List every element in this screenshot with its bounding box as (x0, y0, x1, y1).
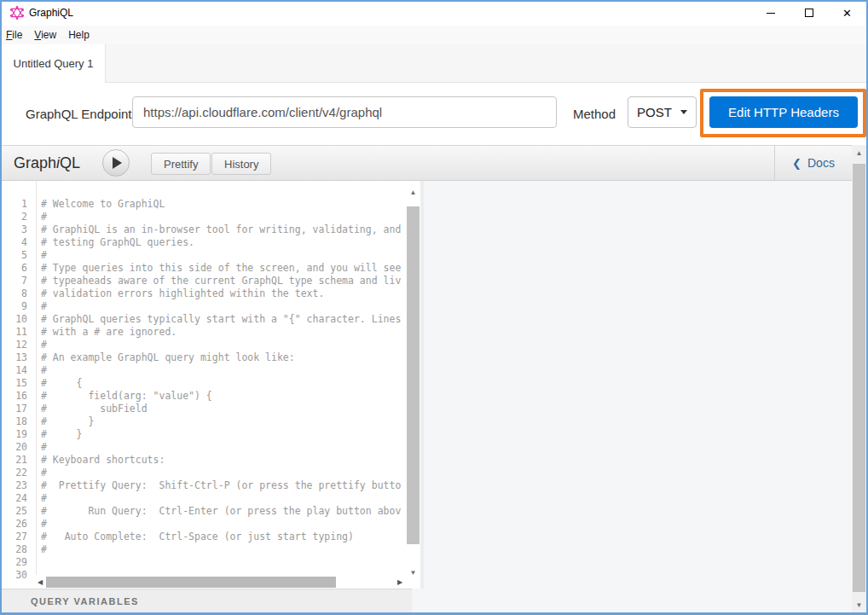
line-number: 3 (5, 223, 36, 236)
tab-bar: Untitled Query 1 (0, 44, 868, 83)
code-line: # (41, 364, 405, 377)
window-title: GraphiQL (29, 0, 73, 26)
line-number: 22 (5, 467, 36, 479)
maximize-icon (805, 9, 813, 17)
code-line: # (41, 249, 405, 262)
prettify-button[interactable]: Prettify (151, 153, 211, 175)
scroll-right-icon[interactable]: ▶ (394, 575, 406, 589)
minimize-button[interactable] (751, 0, 790, 26)
line-number: 2 (5, 211, 36, 223)
tab-untitled-query-1[interactable]: Untitled Query 1 (1, 44, 106, 83)
endpoint-label: GraphQL Endpoint (26, 83, 132, 145)
editor-vertical-scroll-thumb[interactable] (407, 206, 420, 544)
code-lines[interactable]: # Welcome to GraphiQL## GraphiQL is an i… (41, 181, 405, 574)
code-line: # Prettify Query: Shift-Ctrl-P (or press… (41, 479, 405, 492)
code-line: # GraphQL queries typically start with a… (41, 313, 405, 326)
title-bar: GraphiQL ✕ (0, 0, 868, 26)
line-number: 12 (5, 339, 36, 351)
history-button[interactable]: History (211, 153, 271, 175)
scroll-down-icon[interactable]: ▼ (406, 566, 420, 578)
code-line: # validation errors highlighted within t… (41, 287, 405, 300)
line-number: 16 (5, 390, 36, 403)
line-number: 23 (5, 479, 36, 492)
code-line: # field(arg: "value") { (41, 390, 405, 403)
code-line: # typeaheads aware of the current GraphQ… (41, 275, 405, 287)
code-line: # Keyboard shortcuts: (41, 454, 405, 467)
docs-button[interactable]: ❮ Docs (774, 146, 852, 180)
code-line: # (41, 339, 405, 351)
code-line: # with a # are ignored. (41, 326, 405, 339)
editor-horizontal-scroll-thumb[interactable] (46, 577, 336, 588)
line-number: 13 (5, 351, 36, 364)
graphiql-window: GraphiQL ✕ FileViewHelp Untitled Query 1… (0, 0, 868, 615)
line-number: 14 (5, 364, 36, 377)
method-selected-value: POST (637, 105, 672, 119)
line-number: 21 (5, 454, 36, 467)
window-vertical-scrollbar[interactable]: ▲ ▼ (852, 145, 866, 613)
pane-divider (420, 181, 424, 589)
line-number: 20 (5, 441, 36, 454)
close-icon: ✕ (842, 8, 852, 19)
line-number: 15 (5, 377, 36, 390)
code-line: # (41, 300, 405, 313)
line-number: 29 (5, 556, 36, 569)
query-variables-bar[interactable]: QUERY VARIABLES (2, 589, 412, 613)
code-line: # } (41, 428, 405, 441)
code-line: # subField (41, 403, 405, 415)
graphiql-logo-text: GraphiQL (14, 146, 80, 180)
dropdown-caret-icon (680, 110, 687, 114)
menu-item-view[interactable]: View (28, 26, 62, 44)
execute-query-button[interactable] (102, 149, 130, 177)
line-number: 7 (5, 275, 36, 287)
code-line: # (41, 467, 405, 479)
code-line: # Welcome to GraphiQL (41, 198, 405, 211)
code-line: # (41, 518, 405, 531)
code-line: # Auto Complete: Ctrl-Space (or just sta… (41, 531, 405, 543)
line-number: 19 (5, 428, 36, 441)
highlight-annotation-box (700, 89, 866, 137)
code-line: # GraphiQL is an in-browser tool for wri… (41, 223, 405, 236)
graphiql-toolbar: GraphiQL Prettify History ❮ Docs (2, 145, 852, 181)
code-line: # testing GraphQL queries. (41, 236, 405, 249)
line-number: 30 (5, 569, 36, 582)
line-number: 4 (5, 236, 36, 249)
query-editor-pane[interactable]: 1234567891011121314151617181920212223242… (2, 181, 424, 589)
editor-vertical-scrollbar[interactable]: ▲ ▼ (406, 186, 420, 578)
graphql-logo-icon (10, 6, 24, 20)
line-number: 9 (5, 300, 36, 313)
scroll-left-icon[interactable]: ◀ (34, 575, 46, 589)
code-line: # Type queries into this side of the scr… (41, 262, 405, 275)
play-icon (113, 157, 122, 169)
scroll-down-icon[interactable]: ▼ (852, 599, 866, 611)
docs-chevron-icon: ❮ (792, 157, 801, 170)
line-number: 26 (5, 518, 36, 531)
code-line: # } (41, 415, 405, 428)
code-line (41, 569, 405, 574)
line-number: 6 (5, 262, 36, 275)
line-number: 17 (5, 403, 36, 415)
close-button[interactable]: ✕ (828, 0, 866, 26)
method-select[interactable]: POST (628, 96, 697, 128)
code-line: # An example GraphQL query might look li… (41, 351, 405, 364)
editor-horizontal-scrollbar[interactable]: ◀ ▶ (34, 575, 406, 589)
code-line: # Run Query: Ctrl-Enter (or press the pl… (41, 505, 405, 518)
code-line: # (41, 492, 405, 505)
code-line: # { (41, 377, 405, 390)
line-number-gutter: 1234567891011121314151617181920212223242… (5, 181, 37, 589)
code-line: # (41, 543, 405, 556)
line-number: 10 (5, 313, 36, 326)
menu-item-help[interactable]: Help (62, 26, 95, 44)
minimize-icon (767, 13, 775, 14)
menu-item-file[interactable]: File (0, 26, 28, 44)
scroll-up-icon[interactable]: ▲ (852, 147, 866, 159)
code-line (41, 556, 405, 569)
endpoint-input[interactable] (132, 96, 557, 128)
line-number: 28 (5, 543, 36, 556)
line-number: 5 (5, 249, 36, 262)
code-line: # (41, 211, 405, 223)
window-scroll-thumb[interactable] (853, 164, 865, 592)
maximize-button[interactable] (790, 0, 828, 26)
line-number: 25 (5, 505, 36, 518)
window-controls: ✕ (751, 0, 866, 26)
scroll-up-icon[interactable]: ▲ (406, 186, 420, 198)
